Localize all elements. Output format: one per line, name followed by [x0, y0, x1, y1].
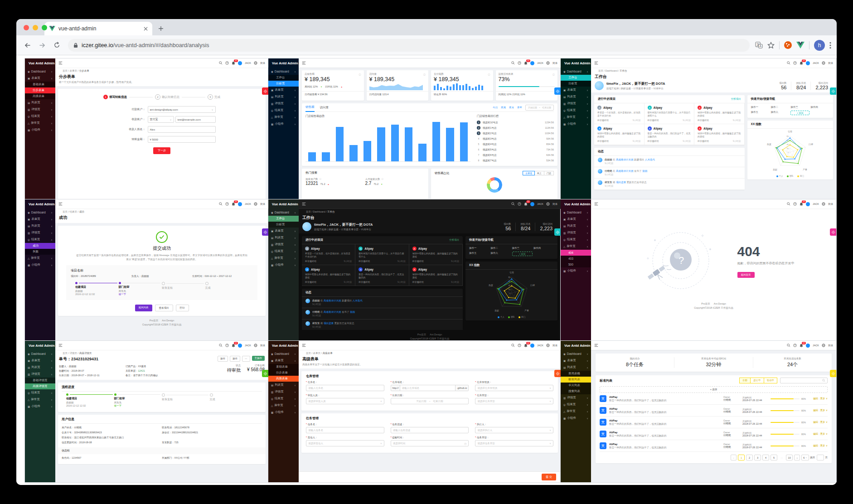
select-input[interactable]: 请选择审批人员∨: [306, 398, 384, 404]
filter-button[interactable]: 进行中: [751, 378, 764, 383]
sidebar-item-list[interactable]: ▤列表页∨: [561, 223, 591, 229]
hamburger-icon[interactable]: [302, 344, 306, 347]
sidebar-item-widget[interactable]: ▦小组件∨: [268, 121, 299, 127]
sidebar-subitem[interactable]: 卡片列表: [561, 383, 591, 388]
extension-icon[interactable]: [784, 41, 792, 49]
all-projects-link[interactable]: 全部项目: [449, 238, 459, 242]
legend-item[interactable]: 团队: [787, 175, 794, 177]
quick-op-link[interactable]: 操作一: [469, 247, 490, 250]
sidebar-subitem[interactable]: 分析页: [268, 81, 299, 87]
breadcrumb-item[interactable]: 首页: [306, 352, 311, 354]
sidebar-item-widget[interactable]: ▦小组件∨: [268, 262, 299, 268]
theme-settings-gear-button[interactable]: [262, 87, 268, 95]
prev-page-button[interactable]: ‹: [731, 455, 737, 460]
sidebar-item-profile[interactable]: ▥详情页∨: [25, 106, 55, 113]
back-home-button[interactable]: 返回首页: [737, 272, 755, 278]
sidebar-item-result[interactable]: ◎结果页∨: [268, 248, 299, 255]
feed-target-link[interactable]: 高逼格设计天团: [324, 310, 342, 313]
sidebar-subitem[interactable]: 工作台: [561, 75, 591, 81]
search-icon[interactable]: [787, 61, 790, 65]
share-filter-button[interactable]: 门店: [544, 171, 554, 175]
more-link[interactable]: 更多 ∨: [820, 432, 828, 435]
hamburger-icon[interactable]: [302, 202, 306, 206]
sidebar-item-list[interactable]: ▤列表页∨: [25, 364, 55, 371]
feed-object-link[interactable]: 留园: [350, 310, 355, 313]
project-card[interactable]: AAlipay城镇中有那么多的酒馆，她却偏偏走进了我的酒馆科学搬砖组9小时前: [694, 103, 745, 124]
input-input[interactable]: 请输入仓库名: [306, 385, 384, 391]
search-icon[interactable]: [511, 202, 515, 206]
footer-link-pro[interactable]: Pro首页: [701, 302, 710, 305]
quick-op-link[interactable]: 操作六: [490, 252, 511, 256]
primary-action-button[interactable]: 返回列表: [135, 305, 152, 311]
hamburger-icon[interactable]: [594, 61, 598, 65]
input-input[interactable]: 请输入任务描述: [391, 427, 469, 433]
addon-input[interactable]: http://请输入仓库域名.github.io: [391, 385, 469, 391]
more-link[interactable]: 更多 ∨: [820, 421, 828, 423]
tab-sales[interactable]: 销售额: [305, 103, 315, 112]
feed-object-link[interactable]: 八月迭代: [645, 158, 655, 161]
feed-target-link[interactable]: 项目进展: [324, 322, 334, 325]
action-button[interactable]: 操作: [218, 356, 228, 362]
sidebar-item-form[interactable]: ▣表单页∧: [268, 357, 299, 364]
sidebar-item-form[interactable]: ▣表单页∨: [25, 357, 55, 364]
select-control[interactable]: ant-design@alipay.com∨: [148, 106, 216, 113]
back-button[interactable]: [22, 39, 34, 51]
theme-settings-gear-button[interactable]: [262, 370, 268, 377]
sidebar-item-widget[interactable]: ▦小组件∨: [25, 262, 55, 268]
sidebar-item-exception[interactable]: △异常页∨: [561, 114, 591, 121]
breadcrumb-item[interactable]: 表单页: [70, 69, 78, 72]
next-page-button[interactable]: ›: [794, 455, 800, 460]
input-control[interactable]: test@example.com: [175, 116, 216, 123]
sidebar-item-result[interactable]: ◎结果页∨: [561, 236, 591, 243]
sidebar-item-form[interactable]: ▣表单页∨: [561, 357, 591, 364]
help-icon[interactable]: ?: [793, 61, 797, 65]
row-title[interactable]: AliPay: [609, 396, 721, 398]
quick-op-link[interactable]: 操作三: [790, 106, 809, 109]
project-card[interactable]: AAlipay希望是一个好东西，也许是最好的，好东西是不会消亡的科学搬砖组9小时…: [594, 103, 645, 124]
sidebar-item-exception[interactable]: △异常页∨: [268, 114, 299, 121]
page-number[interactable]: 3: [754, 455, 761, 460]
sidebar-item-dashboard[interactable]: ◉Dashboard∨: [25, 209, 55, 216]
search-icon[interactable]: [219, 202, 223, 206]
time-input[interactable]: 请选择时间◷: [391, 440, 469, 446]
theme-settings-gear-button[interactable]: [262, 228, 268, 236]
sidebar-subitem[interactable]: 搜索列表: [561, 388, 591, 394]
sidebar-subitem[interactable]: 工作台: [268, 75, 299, 81]
hamburger-icon[interactable]: [594, 202, 598, 206]
project-team[interactable]: 科学搬砖组: [412, 281, 424, 283]
sidebar-subitem[interactable]: 基础详情页: [25, 378, 55, 383]
more-link[interactable]: 更多 ∨: [820, 409, 828, 412]
help-icon[interactable]: ?: [793, 344, 797, 347]
page-number[interactable]: 4: [762, 455, 769, 460]
quick-op-link[interactable]: 操作五: [469, 252, 490, 256]
project-card[interactable]: AAlipay城镇中有那么多的酒馆，她却偏偏走进了我的酒馆科学搬砖组9小时前: [302, 265, 355, 286]
sidebar-item-dashboard[interactable]: ◉Dashboard∨: [25, 68, 55, 75]
language-globe-icon[interactable]: [546, 344, 550, 347]
hamburger-icon[interactable]: [58, 344, 63, 347]
project-team[interactable]: 科学搬砖组: [648, 140, 659, 142]
sidebar-item-profile[interactable]: ▥详情页∨: [561, 229, 591, 236]
breadcrumb-item[interactable]: 表单页: [313, 352, 321, 354]
feed-target-link[interactable]: 项目进展: [616, 181, 627, 184]
user-avatar[interactable]: [530, 344, 534, 348]
sidebar-item-list[interactable]: ▤列表页∨: [25, 99, 55, 106]
footer-link-antd[interactable]: Ant Design: [162, 319, 174, 322]
tab-close-icon[interactable]: [144, 27, 148, 31]
range-link[interactable]: 本月: [509, 106, 514, 109]
quick-op-link[interactable]: 操作二: [771, 106, 790, 109]
language-globe-icon[interactable]: [546, 61, 550, 65]
sidebar-item-list[interactable]: ▤列表页∨: [25, 223, 55, 229]
project-team[interactable]: 科学搬砖组: [597, 119, 609, 121]
notification-bell[interactable]: 12: [800, 202, 803, 206]
breadcrumb-item[interactable]: 首页: [63, 210, 68, 213]
help-icon[interactable]: ?: [225, 202, 229, 206]
sidebar-item-form[interactable]: ▣表单页∧: [25, 75, 55, 82]
date-range-picker[interactable]: 开始日期~结束日期: [525, 105, 554, 111]
language-globe-icon[interactable]: [822, 344, 825, 347]
language-globe-icon[interactable]: [822, 202, 825, 206]
sidebar-item-widget[interactable]: ▦小组件∨: [561, 121, 591, 127]
sidebar-item-form[interactable]: ▣表单页∨: [25, 216, 55, 223]
search-icon[interactable]: [219, 61, 223, 65]
sidebar-item-profile[interactable]: ▥详情页∨: [268, 100, 299, 107]
project-team[interactable]: 科学搬砖组: [597, 140, 609, 142]
